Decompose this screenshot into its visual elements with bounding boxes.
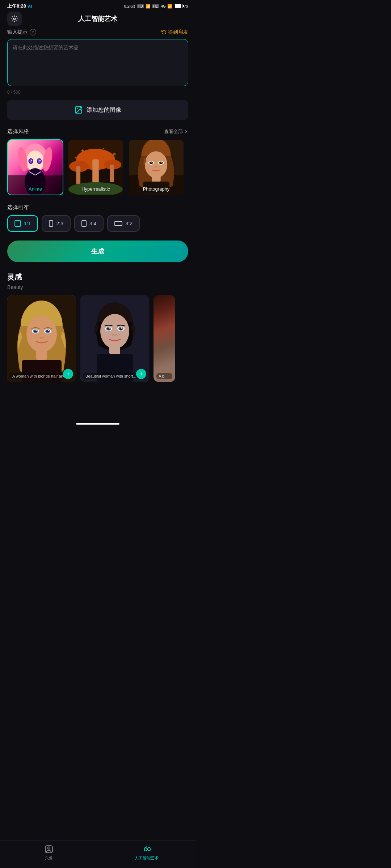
network-speed: 0.2K/s [124,4,135,8]
prompt-input[interactable] [7,39,188,86]
help-icon[interactable]: ? [30,29,36,35]
inspiration-label: 得到启发 [168,29,188,35]
hd-badge: HD [137,4,144,8]
canvas-label-3-2: 3:2 [125,221,132,226]
settings-button[interactable] [7,12,22,26]
canvas-btn-2-3[interactable]: 2:3 [42,215,70,232]
4g-badge: 4G [161,4,165,8]
time-display: 上午8:28 [7,3,26,9]
prompt-label-group: 输入提示 ? [7,29,36,35]
battery-indicator [174,4,182,8]
canvas-btn-3-4[interactable]: 3:4 [74,215,104,232]
svg-point-79 [119,335,120,336]
home-indicator [76,423,119,425]
svg-point-76 [109,327,110,329]
svg-point-69 [100,314,129,349]
svg-point-26 [75,157,76,158]
chevron-right-icon [184,129,188,134]
svg-point-2 [77,108,78,109]
hd-badge2: HD [152,4,159,8]
generate-label: 生成 [91,248,104,255]
canvas-label-2-3: 2:3 [56,221,63,226]
svg-point-81 [117,335,118,336]
view-all-label: 查看全部 [164,128,183,135]
style-list: Anime [7,139,188,197]
canvas-label-3-4: 3:4 [89,221,96,226]
app-header: 人工智能艺术 [0,11,196,29]
svg-point-24 [103,148,104,149]
gallery-card-brunette[interactable]: Beautiful woman with short... [80,295,149,382]
svg-point-32 [145,151,167,178]
ratio-icon-3-4 [81,220,87,227]
inspiration-link[interactable]: 得到启发 [161,29,188,35]
gallery-action-blonde[interactable] [63,369,73,379]
svg-point-78 [110,335,111,336]
ratio-icon-3-2 [114,221,122,226]
svg-point-0 [14,18,16,20]
inspiration-subtitle: Beauty [7,284,188,290]
battery-level: 79 [184,4,188,8]
main-content: 输入提示 ? 得到启发 0 / 500 添加您的图像 选择风格 [0,29,196,421]
svg-rect-22 [110,165,114,182]
refresh-icon [161,30,167,35]
svg-point-56 [26,316,57,352]
ai-badge: AI [28,4,32,8]
char-separator: / [11,90,12,95]
generate-button[interactable]: 生成 [7,241,188,262]
gallery-action-brunette[interactable] [136,369,146,379]
style-card-photography[interactable]: Photography [128,139,184,195]
gallery-card-blonde[interactable]: A woman with blonde hair and... [7,295,76,382]
canvas-btn-1-1[interactable]: 1:1 [7,215,38,232]
canvas-section: 选择画布 1:1 2:3 3:4 3:2 [7,204,188,232]
plus-icon2 [139,372,143,376]
style-card-anime[interactable]: Anime [7,139,63,195]
image-plus-icon [74,106,83,114]
add-image-label: 添加您的图像 [87,106,121,114]
style-label-anime: Anime [8,186,63,192]
style-section-header: 选择风格 查看全部 [7,128,188,135]
svg-point-38 [161,162,162,163]
style-label-photography: Photography [129,186,184,192]
inspiration-section: 灵感 Beauty [7,272,188,385]
gallery-card-third[interactable]: A b... [154,295,175,382]
canvas-btn-3-2[interactable]: 3:2 [107,215,139,232]
network-bars: 📶 [146,4,151,9]
page-title: 人工智能艺术 [78,14,117,23]
svg-rect-20 [92,159,99,184]
svg-point-25 [113,153,116,156]
prompt-label: 输入提示 [7,29,28,35]
status-bar: 上午8:28 AI 0.2K/s HD 📶 HD 4G 📶 79 [0,0,196,11]
canvas-section-label: 选择画布 [7,204,188,211]
style-section: 选择风格 查看全部 [7,128,188,197]
ratio-icon-2-3 [49,220,53,227]
view-all-button[interactable]: 查看全部 [164,128,188,135]
gallery-caption-third: A b... [156,373,172,379]
style-card-hyperrealistic[interactable]: Hyperrealistic [68,139,124,195]
status-time: 上午8:28 AI [7,3,32,9]
gear-icon [11,15,18,22]
plus-icon [66,372,70,376]
gallery-art-blonde [7,295,76,382]
network-bars2: 📶 [167,4,172,9]
char-count: 0 / 500 [7,90,188,95]
gallery-list: A woman with blonde hair and... [7,295,188,385]
gallery-art-brunette [80,295,149,382]
ratio-icon-1-1 [14,220,21,227]
canvas-label-1-1: 1:1 [24,221,31,226]
svg-point-63 [35,330,37,331]
svg-point-37 [151,162,152,163]
add-image-button[interactable]: 添加您的图像 [7,100,188,120]
status-indicators: 0.2K/s HD 📶 HD 4G 📶 79 [124,4,188,9]
style-label-hyperrealistic: Hyperrealistic [68,186,123,192]
prompt-section-header: 输入提示 ? 得到启发 [7,29,188,35]
svg-rect-21 [76,166,80,184]
svg-point-80 [112,335,113,336]
style-section-label: 选择风格 [7,128,29,135]
char-max: 500 [13,90,21,95]
inspiration-title: 灵感 [7,272,188,282]
svg-point-11 [31,160,32,161]
svg-point-23 [81,149,84,152]
canvas-list: 1:1 2:3 3:4 3:2 [7,215,188,232]
char-current: 0 [7,90,10,95]
svg-point-36 [159,161,163,164]
